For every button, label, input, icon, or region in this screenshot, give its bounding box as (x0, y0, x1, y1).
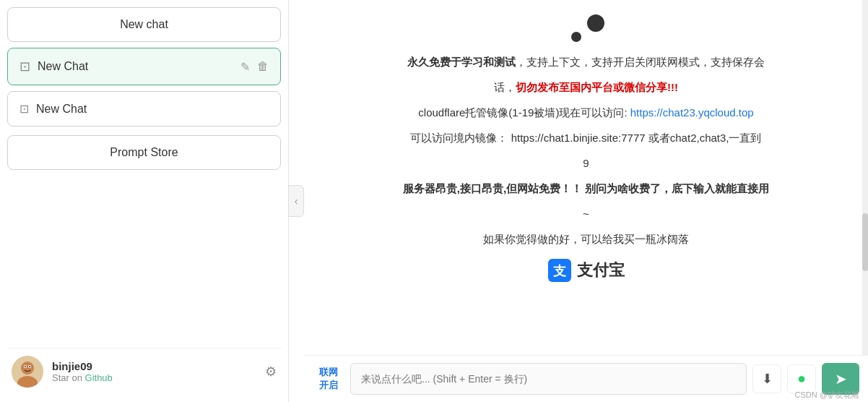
alipay-icon: 支 (548, 259, 571, 282)
star-text: Star on (52, 372, 85, 383)
dots-icon (568, 14, 604, 43)
settings-icon[interactable]: ⚙ (265, 364, 277, 380)
server-cost-text: 服务器昂贵,接口昂贵,但网站免费！！ 别问为啥收费了，底下输入就能直接用 (403, 182, 770, 194)
alipay-section: 支 支付宝 (326, 256, 846, 285)
network-line2: 开启 (319, 379, 338, 392)
welcome-line6: 服务器昂贵,接口昂贵,但网站免费！！ 别问为啥收费了，底下输入就能直接用 (326, 179, 846, 198)
sidebar: New chat ⊡ New Chat ✎ 🗑 ⊡ New Chat Promp… (0, 0, 289, 402)
welcome-line2-text: 话， (494, 81, 516, 93)
chat-input[interactable] (350, 363, 747, 395)
collapse-arrow: ‹ (295, 195, 298, 207)
welcome-line1: 永久免费于学习和测试，支持上下文，支持开启关闭联网模式，支持保存会 (326, 52, 846, 72)
avatar (12, 356, 43, 388)
upload-button[interactable]: ⬇ (752, 364, 781, 393)
prompt-store-label: Prompt Store (110, 146, 178, 159)
new-chat-active-label: New Chat (38, 60, 88, 73)
welcome-line3-prefix: cloudflare托管镜像(1-19被墙)现在可以访问: (418, 106, 630, 119)
sidebar-footer: binjie09 Star on Github ⚙ (7, 348, 281, 395)
alipay-label: 支付宝 (577, 256, 625, 285)
whatsapp-icon: ● (797, 370, 806, 387)
github-link[interactable]: Github (85, 372, 113, 383)
chat-icon-active: ⊡ (19, 59, 30, 74)
chat-area: 永久免费于学习和测试，支持上下文，支持开启关闭联网模式，支持保存会 话，切勿发布… (304, 0, 868, 355)
chat23-link[interactable]: https://chat23.yqcloud.top (630, 106, 754, 119)
main-scrollbar[interactable] (862, 0, 868, 356)
new-chat-plain-label: New Chat (36, 103, 87, 116)
main-area: 永久免费于学习和测试，支持上下文，支持开启关闭联网模式，支持保存会 话，切勿发布… (304, 0, 868, 402)
welcome-text: 永久免费于学习和测试，支持上下文，支持开启关闭联网模式，支持保存会 话，切勿发布… (326, 52, 846, 285)
welcome-line2: 话，切勿发布至国内平台或微信分享!!! (326, 77, 846, 97)
scrollbar-thumb (862, 213, 868, 271)
welcome-line3: cloudflare托管镜像(1-19被墙)现在可以访问: https://ch… (326, 103, 846, 122)
svg-point-5 (25, 366, 26, 367)
network-toggle-button[interactable]: 联网 开启 (313, 363, 344, 395)
username: binjie09 (52, 360, 256, 372)
send-icon: ➤ (835, 370, 847, 388)
welcome-line8: 如果你觉得做的好，可以给我买一瓶冰阔落 (326, 229, 846, 249)
welcome-line7: ~ (326, 204, 846, 223)
dot-large (587, 14, 604, 32)
new-chat-top-button[interactable]: New chat (7, 7, 281, 42)
welcome-line5: 9 (326, 153, 846, 173)
input-bar: 联网 开启 ⬇ ● ➤ (304, 355, 868, 402)
svg-point-6 (29, 366, 30, 367)
welcome-line2-bold: 切勿发布至国内平台或微信分享!!! (516, 81, 678, 93)
prompt-store-button[interactable]: Prompt Store (7, 135, 281, 170)
upload-icon: ⬇ (762, 371, 773, 387)
new-chat-top-label: New chat (120, 18, 168, 31)
welcome-line1-rest: ，支持上下文，支持开启关闭联网模式，支持保存会 (516, 56, 765, 68)
welcome-icon (568, 14, 604, 43)
svg-text:支: 支 (552, 264, 567, 278)
watermark: CSDN @驴友花雕 (795, 390, 859, 401)
edit-icon[interactable]: ✎ (240, 60, 250, 74)
user-info: binjie09 Star on Github (52, 360, 256, 383)
delete-icon[interactable]: 🗑 (257, 60, 269, 74)
new-chat-actions: ✎ 🗑 (240, 60, 269, 74)
new-chat-active-item[interactable]: ⊡ New Chat ✎ 🗑 (7, 48, 281, 85)
collapse-sidebar-button[interactable]: ‹ (288, 185, 304, 217)
whatsapp-button[interactable]: ● (787, 364, 816, 393)
welcome-line4: 可以访问境内镜像： https://chat1.binjie.site:7777… (326, 128, 846, 147)
dot-small (571, 32, 581, 42)
welcome-line1-bold: 永久免费于学习和测试 (407, 56, 516, 68)
user-star: Star on Github (52, 372, 256, 383)
new-chat-plain-item[interactable]: ⊡ New Chat (7, 91, 281, 127)
new-chat-active-left: ⊡ New Chat (19, 59, 88, 74)
svg-point-1 (21, 362, 34, 375)
network-line1: 联网 (319, 366, 338, 379)
chat-icon-plain: ⊡ (19, 102, 29, 116)
